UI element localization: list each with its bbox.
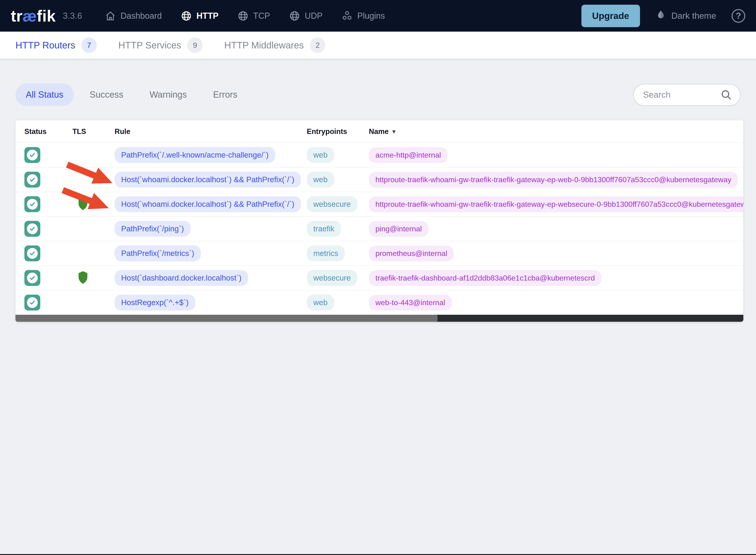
name-cell: prometheus@internal: [369, 246, 743, 261]
logo-part2: æ: [23, 7, 37, 25]
entrypoints-cell: web: [307, 172, 369, 187]
scrollbar-thumb[interactable]: [15, 315, 438, 322]
name-cell: httproute-traefik-whoami-gw-traefik-trae…: [369, 197, 743, 212]
column-header-label: Entrypoints: [307, 127, 347, 136]
cubes-icon: [341, 10, 353, 22]
subnav-tab-label: HTTP Middlewares: [224, 40, 304, 51]
upgrade-button[interactable]: Upgrade: [582, 5, 640, 27]
name-cell: web-to-443@internal: [369, 295, 743, 310]
column-header-name[interactable]: Name▾: [369, 127, 743, 136]
nav-item-tcp[interactable]: TCP: [237, 10, 270, 22]
name-cell: acme-http@internal: [369, 147, 743, 163]
router-row[interactable]: PathPrefix(`/ping`)traefikping@internal: [15, 216, 743, 241]
search-box: [633, 84, 741, 106]
rule-cell: Host(`whoami.docker.localhost`) && PathP…: [115, 172, 307, 187]
entrypoint-pill: metrics: [307, 246, 345, 261]
router-row[interactable]: Host(`whoami.docker.localhost`) && PathP…: [15, 192, 743, 216]
subnav-tab-http-middlewares[interactable]: HTTP Middlewares2: [224, 38, 325, 53]
filters-row: All StatusSuccessWarningsErrors: [15, 84, 741, 106]
name-pill: httproute-traefik-whoami-gw-traefik-trae…: [369, 197, 743, 212]
rule-pill: PathPrefix(`/metrics`): [115, 246, 201, 261]
filter-tab-success[interactable]: Success: [79, 84, 134, 106]
entrypoint-pill: traefik: [307, 221, 341, 237]
status-cell: [25, 196, 72, 212]
column-header-label: Name: [369, 127, 389, 136]
entrypoints-cell: web: [307, 295, 369, 310]
help-icon[interactable]: ?: [731, 9, 745, 23]
count-badge: 9: [187, 38, 203, 53]
table-header-row: StatusTLSRuleEntrypointsName▾: [15, 120, 743, 143]
nav-item-label: HTTP: [196, 11, 218, 21]
column-header-rule[interactable]: Rule: [115, 127, 307, 136]
rule-cell: Host(`dashboard.docker.localhost`): [115, 270, 307, 286]
status-cell: [25, 295, 72, 310]
routers-table-card: StatusTLSRuleEntrypointsName▾ PathPrefix…: [15, 120, 743, 322]
tls-shield-icon: [77, 197, 89, 212]
tls-cell: [72, 270, 115, 286]
name-pill: traefik-traefik-dashboard-af1d2ddb83a06e…: [369, 270, 601, 286]
globe-icon: [289, 10, 301, 22]
nav-item-plugins[interactable]: Plugins: [341, 10, 385, 22]
name-pill: web-to-443@internal: [369, 295, 452, 310]
entrypoints-cell: traefik: [307, 221, 369, 237]
nav-item-dashboard[interactable]: Dashboard: [105, 10, 162, 22]
router-row[interactable]: PathPrefix(`/metrics`)metricsprometheus@…: [15, 241, 743, 265]
search-icon[interactable]: [720, 88, 732, 101]
column-header-entrypoints[interactable]: Entrypoints: [307, 127, 369, 136]
router-row[interactable]: PathPrefix(`/.well-known/acme-challenge/…: [15, 143, 743, 167]
rule-cell: HostRegexp(`^.+$`): [115, 295, 307, 310]
status-success-icon: [25, 246, 40, 261]
status-success-icon: [25, 196, 40, 212]
column-header-label: TLS: [72, 127, 86, 136]
nav-item-label: TCP: [253, 11, 270, 21]
top-navbar: træfik 3.3.6 DashboardHTTPTCPUDPPlugins …: [0, 0, 756, 32]
column-header-label: Status: [25, 127, 47, 136]
filter-tab-errors[interactable]: Errors: [203, 84, 247, 106]
main-nav: DashboardHTTPTCPUDPPlugins: [105, 10, 385, 22]
name-pill: acme-http@internal: [369, 147, 448, 163]
rule-pill: Host(`whoami.docker.localhost`) && PathP…: [115, 172, 301, 187]
router-row[interactable]: HostRegexp(`^.+$`)webweb-to-443@internal: [15, 290, 743, 315]
rule-pill: PathPrefix(`/ping`): [115, 221, 191, 237]
filter-tab-warnings[interactable]: Warnings: [139, 84, 197, 106]
traefik-logo[interactable]: træfik: [11, 7, 56, 25]
status-cell: [25, 221, 72, 237]
rule-pill: PathPrefix(`/.well-known/acme-challenge/…: [115, 147, 275, 163]
window-bottom-edge: [0, 554, 756, 555]
theme-toggle-label: Dark theme: [671, 11, 716, 21]
sort-arrow-icon: ▾: [392, 128, 395, 135]
entrypoint-pill: websecure: [307, 270, 357, 286]
router-row[interactable]: Host(`dashboard.docker.localhost`)websec…: [15, 265, 743, 290]
name-cell: ping@internal: [369, 221, 743, 237]
checkmark-icon: [27, 174, 38, 185]
subnav-tab-label: HTTP Routers: [15, 40, 75, 51]
nav-item-udp[interactable]: UDP: [289, 10, 322, 22]
router-row[interactable]: Host(`whoami.docker.localhost`) && PathP…: [15, 167, 743, 192]
table-body: PathPrefix(`/.well-known/acme-challenge/…: [15, 143, 743, 315]
search-input[interactable]: [643, 90, 720, 100]
name-cell: traefik-traefik-dashboard-af1d2ddb83a06e…: [369, 270, 743, 286]
globe-icon: [237, 10, 249, 22]
entrypoint-pill: web: [307, 147, 334, 163]
rule-pill: HostRegexp(`^.+$`): [115, 295, 195, 310]
rule-pill: Host(`dashboard.docker.localhost`): [115, 270, 248, 286]
subnav-tab-http-routers[interactable]: HTTP Routers7: [15, 38, 97, 53]
checkmark-icon: [27, 199, 38, 210]
status-filter-tabs: All StatusSuccessWarningsErrors: [15, 84, 248, 106]
nav-item-label: Dashboard: [120, 11, 162, 21]
status-success-icon: [25, 147, 40, 163]
entrypoints-cell: web: [307, 147, 369, 163]
checkmark-icon: [27, 248, 38, 259]
nav-item-label: UDP: [305, 11, 322, 21]
column-header-status[interactable]: Status: [25, 127, 72, 136]
filter-tab-all-status[interactable]: All Status: [15, 84, 74, 106]
theme-toggle[interactable]: Dark theme: [655, 9, 716, 22]
status-cell: [25, 172, 72, 187]
subnav-tab-http-services[interactable]: HTTP Services9: [118, 38, 203, 53]
checkmark-icon: [27, 223, 38, 234]
status-success-icon: [25, 172, 40, 187]
column-header-tls[interactable]: TLS: [72, 127, 115, 136]
horizontal-scrollbar[interactable]: [15, 315, 743, 322]
protocol-subnav: HTTP Routers7HTTP Services9HTTP Middlewa…: [0, 32, 756, 59]
nav-item-http[interactable]: HTTP: [181, 10, 218, 22]
